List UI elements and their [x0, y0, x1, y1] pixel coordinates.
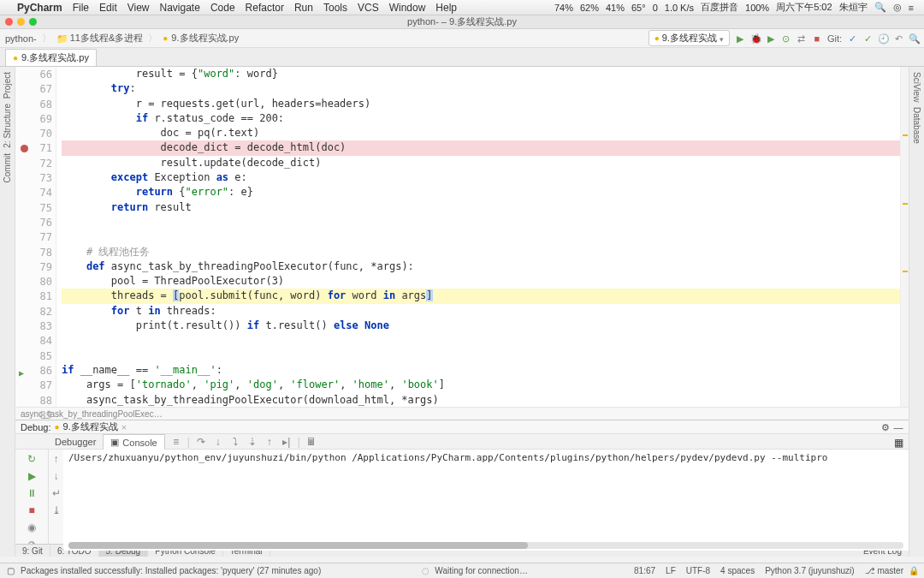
status-waiting: Waiting for connection…: [435, 566, 528, 575]
window-title: python- – 9.多线程实战.py: [0, 15, 924, 28]
status-user[interactable]: 朱烜宇: [839, 1, 868, 14]
breadcrumb[interactable]: python- 〉 📁 11多线程&多进程 〉 ● 9.多线程实战.py: [5, 32, 239, 45]
search-everywhere-icon[interactable]: 🔍: [909, 33, 919, 44]
code-area[interactable]: result = {"word": word} try: r = request…: [56, 67, 900, 407]
status-message: Packages installed successfully: Install…: [21, 566, 321, 575]
console-hscrollbar[interactable]: [68, 542, 903, 549]
stop-button[interactable]: ■: [812, 33, 822, 44]
menubar-app[interactable]: PyCharm: [17, 2, 62, 14]
force-step-icon[interactable]: ⇣: [246, 436, 258, 448]
settings-icon[interactable]: ⚙: [880, 422, 891, 432]
menu-run[interactable]: Run: [294, 2, 313, 14]
gutter[interactable]: 6667686970717273747576777879808182838485…: [15, 67, 56, 407]
menu-edit[interactable]: Edit: [99, 2, 117, 14]
tab-console[interactable]: ▣ Console: [103, 434, 164, 450]
soft-wrap-icon[interactable]: ↵: [52, 487, 61, 499]
more-icon[interactable]: ▦: [893, 437, 903, 447]
vcs-rollback-icon[interactable]: ↶: [893, 33, 903, 44]
python-file-icon: ●: [13, 53, 18, 63]
rerun-icon[interactable]: ↻: [27, 453, 36, 465]
close-tab-icon[interactable]: ×: [121, 422, 127, 432]
status-branch[interactable]: ⎇ master: [865, 566, 903, 575]
editor-tab[interactable]: ● 9.多线程实战.py: [5, 49, 97, 66]
window-titlebar: python- – 9.多线程实战.py: [0, 15, 924, 29]
evaluate-icon[interactable]: 🖩: [305, 436, 317, 448]
tab-debugger[interactable]: Debugger: [48, 435, 103, 449]
down-icon[interactable]: ↓: [54, 470, 59, 482]
menu-code[interactable]: Code: [210, 2, 235, 14]
python-file-icon: ●: [163, 33, 168, 43]
tool-database[interactable]: Database: [912, 107, 921, 144]
menu-vcs[interactable]: VCS: [358, 2, 379, 14]
debug-button[interactable]: 🐞: [750, 33, 761, 44]
menu-window[interactable]: Window: [389, 2, 426, 14]
layout-icon[interactable]: ≡: [170, 436, 182, 448]
up-icon[interactable]: ↑: [54, 453, 59, 465]
run-config-selector[interactable]: ● 9.多线程实战: [649, 30, 730, 46]
editor-tabs: ● 9.多线程实战.py: [0, 48, 924, 67]
profile-button[interactable]: ⊙: [781, 33, 791, 44]
macos-menubar: PyCharm File Edit View Navigate Code Ref…: [0, 0, 924, 15]
debug-config: 9.多线程实战: [63, 420, 118, 433]
status-lf[interactable]: LF: [666, 566, 676, 575]
code-editor[interactable]: 6667686970717273747576777879808182838485…: [15, 67, 909, 407]
run-config-name: 9.多线程实战: [662, 32, 717, 45]
step-out-icon[interactable]: ↑: [264, 436, 275, 448]
menu-navigate[interactable]: Navigate: [160, 2, 200, 14]
tw-toggle-icon[interactable]: ▢: [5, 566, 15, 576]
editor-scrollbar[interactable]: [900, 67, 909, 407]
status-ime[interactable]: 百度拼音: [701, 1, 738, 14]
scroll-end-icon[interactable]: ⤓: [52, 504, 61, 516]
status-mem: 62%: [580, 3, 599, 13]
tool-commit[interactable]: Commit: [3, 153, 12, 182]
vcs-history-icon[interactable]: 🕘: [878, 33, 888, 44]
menu-file[interactable]: File: [73, 2, 89, 14]
status-zero: 0: [653, 3, 658, 13]
tool-sciview[interactable]: SciView: [912, 72, 921, 102]
editor-breadcrumb[interactable]: async_task_by_threadingPoolExec…: [15, 407, 909, 420]
lock-icon[interactable]: 🔒: [909, 566, 919, 576]
status-caret[interactable]: 81:67: [634, 566, 655, 575]
siri-icon[interactable]: ◎: [893, 2, 902, 13]
menu-help[interactable]: Help: [435, 2, 457, 14]
resume-icon[interactable]: ▶: [28, 470, 36, 482]
status-cpu: 74%: [554, 3, 573, 13]
attach-button[interactable]: ⇄: [797, 33, 807, 44]
stop-icon[interactable]: ■: [28, 504, 34, 516]
console-icon: ▣: [110, 437, 119, 448]
navigation-toolbar: python- 〉 📁 11多线程&多进程 〉 ● 9.多线程实战.py ● 9…: [0, 29, 924, 48]
coverage-button[interactable]: ▶: [766, 33, 776, 44]
status-clock[interactable]: 周六下午5:02: [776, 1, 832, 14]
breadcrumb-root[interactable]: python-: [5, 33, 37, 44]
breadcrumb-folder[interactable]: 11多线程&多进程: [70, 32, 144, 45]
status-interpreter[interactable]: Python 3.7 (juyunshuzi): [765, 566, 855, 575]
view-breakpoints-icon[interactable]: ◉: [27, 521, 36, 533]
status-battery[interactable]: 100%: [745, 3, 769, 13]
step-over-icon[interactable]: ↷: [195, 436, 207, 448]
menu-tools[interactable]: Tools: [323, 2, 347, 14]
hide-icon[interactable]: —: [893, 422, 903, 432]
status-net: 1.0 K/s: [665, 3, 694, 13]
vcs-commit-icon[interactable]: ✓: [862, 33, 873, 44]
console-output[interactable]: /Users/zhuxuanyu/python_env/juyunshuzi/b…: [63, 450, 909, 551]
editor-tab-label: 9.多线程实战.py: [21, 51, 89, 64]
pause-icon[interactable]: ⏸: [27, 487, 37, 499]
menu-view[interactable]: View: [127, 2, 150, 14]
right-tool-strip: SciView Database: [909, 67, 924, 557]
status-encoding[interactable]: UTF-8: [686, 566, 710, 575]
git-label: Git:: [827, 33, 842, 44]
vcs-update-icon[interactable]: ✓: [847, 33, 857, 44]
tool-structure[interactable]: 2: Structure: [3, 104, 12, 148]
step-into-icon[interactable]: ↓: [212, 436, 224, 448]
search-icon[interactable]: 🔍: [874, 2, 886, 13]
step-into-my-icon[interactable]: ⤵: [229, 436, 241, 448]
run-to-cursor-icon[interactable]: ▸|: [281, 436, 293, 448]
debug-toolwindow: Debug: ● 9.多线程实战 × ⚙ — Debugger ▣ Consol…: [15, 420, 909, 544]
tool-project[interactable]: Project: [3, 72, 12, 98]
breadcrumb-file[interactable]: 9.多线程实战.py: [171, 32, 239, 45]
run-button[interactable]: ▶: [735, 33, 745, 44]
status-indent[interactable]: 4 spaces: [720, 566, 755, 575]
toolwin-git[interactable]: 9: Git: [15, 545, 50, 557]
notifications-icon[interactable]: ≡: [909, 3, 914, 13]
menu-refactor[interactable]: Refactor: [246, 2, 284, 14]
